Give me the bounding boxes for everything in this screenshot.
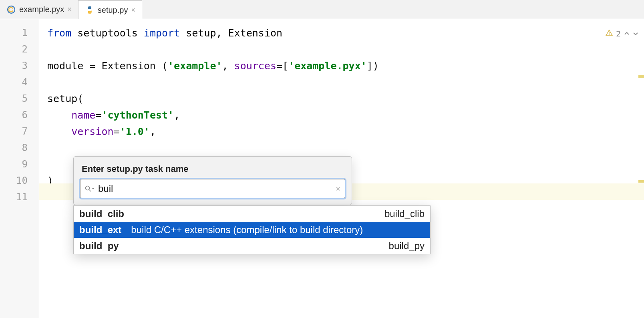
tab-label: setup.py [98, 6, 128, 15]
suggestion-name: build_py [79, 240, 119, 252]
code-line: setup( [47, 91, 644, 107]
warning-icon [606, 26, 613, 42]
code-line: from setuptools import setup, Extension [47, 25, 644, 41]
code-line [47, 74, 644, 91]
suggestions-list: build_clib build_clib build_ext build C/… [73, 205, 431, 254]
suggestion-item-build-py[interactable]: build_py build_py [74, 238, 430, 254]
code-line [47, 140, 644, 156]
close-icon[interactable]: × [67, 5, 72, 14]
clear-icon[interactable]: × [336, 184, 340, 193]
tab-example-pyx[interactable]: example.pyx × [0, 0, 78, 19]
cython-file-icon [6, 5, 16, 14]
suggestion-item-build-clib[interactable]: build_clib build_clib [74, 206, 430, 222]
popup-title: Enter setup.py task name [74, 157, 352, 179]
line-number: 4 [0, 74, 39, 91]
line-number: 5 [0, 91, 39, 107]
warning-marker[interactable] [638, 75, 644, 78]
search-icon[interactable] [85, 185, 95, 192]
gutter: 1 2 3 4 5 6 7 8 9 10 11 [0, 19, 39, 318]
suggestion-desc: build C/C++ extensions (compile/link to … [131, 224, 363, 235]
close-icon[interactable]: × [131, 6, 135, 14]
marker-strip[interactable] [638, 19, 644, 318]
tab-setup-py[interactable]: setup.py × [78, 0, 142, 19]
suggestion-item-build-ext[interactable]: build_ext build C/C++ extensions (compil… [74, 222, 430, 238]
svg-line-4 [89, 190, 91, 192]
line-number: 7 [0, 123, 39, 140]
suggestion-right: build_clib [384, 208, 425, 219]
warning-count: 2 [616, 26, 621, 42]
suggestion-right: build_py [389, 240, 425, 252]
suggestion-name: build_clib [79, 208, 124, 219]
chevron-up-icon[interactable] [624, 26, 630, 42]
warning-marker[interactable] [638, 180, 644, 183]
line-number: 11 [0, 189, 39, 205]
tab-label: example.pyx [19, 5, 64, 14]
task-name-input[interactable] [80, 179, 345, 198]
tab-bar: example.pyx × setup.py × [0, 0, 644, 19]
code-line: module = Extension ('example', sources=[… [47, 58, 644, 74]
svg-point-2 [609, 34, 610, 35]
search-input-wrap: × [80, 179, 345, 198]
line-number: 9 [0, 156, 39, 173]
line-number: 2 [0, 41, 39, 58]
inspection-widget[interactable]: 2 [606, 26, 638, 42]
line-number: 8 [0, 140, 39, 156]
python-file-icon [85, 5, 95, 15]
svg-point-3 [86, 186, 90, 190]
line-number: 3 [0, 58, 39, 74]
code-line: name='cythonTest', [47, 107, 644, 123]
line-number: 6 [0, 107, 39, 123]
line-number: 10 [0, 173, 39, 189]
run-task-popup: Enter setup.py task name × [73, 156, 352, 205]
suggestion-name: build_ext [79, 224, 121, 235]
line-number: 1 [0, 25, 39, 41]
code-line: version='1.0', [47, 123, 644, 140]
code-line [47, 41, 644, 58]
